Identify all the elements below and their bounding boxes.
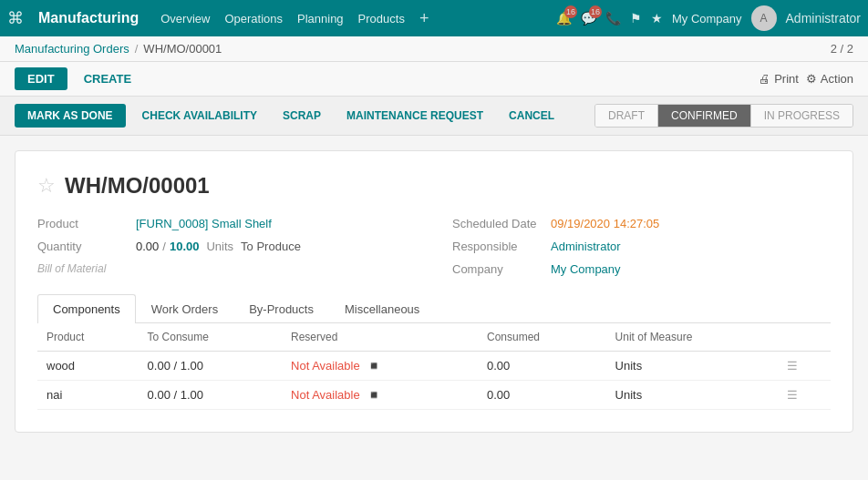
quantity-field: Quantity 0.00 / 10.00 Units To Produce: [37, 240, 416, 253]
nav-operations[interactable]: Operations: [224, 12, 283, 26]
phone-icon[interactable]: 📞: [605, 11, 621, 26]
row2-uom: Units: [606, 381, 779, 410]
secondary-header: Manufacturing Orders / WH/MO/00001 2 / 2: [0, 36, 868, 62]
quantity-current: 0.00: [136, 240, 159, 253]
table-row: wood 0.00 / 1.00 Not Available ◾ 0.00 Un…: [37, 352, 831, 381]
row2-reserved: Not Available ◾: [282, 381, 478, 410]
product-field: Product [FURN_0008] Small Shelf: [37, 217, 416, 230]
scheduled-date-field: Scheduled Date 09/19/2020 14:27:05: [452, 217, 831, 230]
row1-chart-icon[interactable]: ◾: [367, 359, 381, 373]
row1-detail-icon[interactable]: ☰: [778, 352, 831, 381]
quantity-unit: Units: [206, 240, 233, 253]
row1-consumed: 0.00: [478, 352, 606, 381]
responsible-label: Responsible: [452, 240, 543, 253]
top-navigation: ⌘ Manufacturing Overview Operations Plan…: [0, 0, 868, 36]
action-bar: EDIT CREATE 🖨 Print ⚙ Action: [0, 62, 868, 97]
tabs-row: Components Work Orders By-Products Misce…: [37, 294, 831, 323]
company-value[interactable]: My Company: [551, 262, 621, 276]
col-uom-header: Unit of Measure: [606, 323, 779, 352]
print-button[interactable]: 🖨 Print: [759, 72, 799, 86]
main-content: ☆ WH/MO/00001 Product [FURN_0008] Small …: [0, 136, 868, 447]
tab-miscellaneous[interactable]: Miscellaneous: [329, 294, 435, 323]
nav-planning[interactable]: Planning: [297, 12, 344, 26]
status-draft[interactable]: DRAFT: [595, 105, 658, 127]
scheduled-date-value: 09/19/2020 14:27:05: [551, 217, 659, 230]
col-consumed-header: Consumed: [478, 323, 606, 352]
print-icon: 🖨: [759, 72, 770, 86]
add-menu-icon[interactable]: +: [419, 9, 429, 28]
company-name[interactable]: My Company: [672, 12, 742, 26]
table-row: nai 0.00 / 1.00 Not Available ◾ 0.00 Uni…: [37, 381, 831, 410]
product-label: Product: [37, 217, 129, 230]
star-nav-icon[interactable]: ★: [651, 11, 663, 26]
page-count: 2 / 2: [831, 42, 853, 56]
row1-reserved: Not Available ◾: [282, 352, 478, 381]
breadcrumb-separator: /: [135, 42, 139, 56]
to-produce-label: To Produce: [241, 240, 301, 253]
admin-label[interactable]: Administrator: [786, 11, 861, 26]
print-label: Print: [774, 72, 799, 86]
row2-consumed: 0.00: [478, 381, 606, 410]
quantity-slash: /: [162, 240, 166, 253]
action-label: Action: [821, 72, 853, 86]
row2-product: nai: [37, 381, 139, 410]
status-confirmed[interactable]: CONFIRMED: [658, 105, 751, 127]
action-button[interactable]: ⚙ Action: [806, 72, 853, 86]
messages-icon[interactable]: 💬 16: [581, 11, 596, 26]
row2-to-consume: 0.00 / 1.00: [139, 381, 282, 410]
nav-products[interactable]: Products: [358, 12, 405, 26]
quantity-label: Quantity: [37, 240, 129, 253]
product-value[interactable]: [FURN_0008] Small Shelf: [136, 217, 272, 230]
fields-right: Scheduled Date 09/19/2020 14:27:05 Respo…: [452, 217, 831, 276]
fields-grid: Product [FURN_0008] Small Shelf Quantity…: [37, 217, 831, 276]
company-label: Company: [452, 262, 543, 276]
notifications-icon[interactable]: 🔔 16: [556, 11, 572, 26]
breadcrumb-current: WH/MO/00001: [143, 42, 222, 56]
tab-by-products[interactable]: By-Products: [233, 294, 329, 323]
row1-uom: Units: [606, 352, 779, 381]
col-product-header: Product: [37, 323, 139, 352]
notifications-badge: 16: [564, 5, 577, 18]
scheduled-date-label: Scheduled Date: [452, 217, 543, 230]
row2-chart-icon[interactable]: ◾: [367, 388, 381, 402]
breadcrumb: Manufacturing Orders / WH/MO/00001: [15, 42, 222, 56]
row1-to-consume: 0.00 / 1.00: [139, 352, 282, 381]
quantity-target: 10.00: [170, 240, 200, 253]
create-button[interactable]: CREATE: [75, 67, 140, 90]
nav-overview[interactable]: Overview: [160, 12, 210, 26]
tab-components[interactable]: Components: [37, 294, 136, 323]
nav-links: Overview Operations Planning Products: [160, 12, 405, 26]
breadcrumb-parent[interactable]: Manufacturing Orders: [15, 42, 129, 56]
col-reserved-header: Reserved: [282, 323, 478, 352]
topnav-icons: 🔔 16 💬 16 📞 ⚑ ★ My Company A Administrat…: [556, 5, 861, 31]
fields-left: Product [FURN_0008] Small Shelf Quantity…: [37, 217, 416, 276]
row1-product: wood: [37, 352, 139, 381]
flag-icon[interactable]: ⚑: [630, 11, 642, 26]
col-to-consume-header: To Consume: [139, 323, 282, 352]
favorite-star-icon[interactable]: ☆: [37, 174, 56, 198]
bill-of-material-label: Bill of Material: [37, 262, 106, 275]
status-in-progress[interactable]: IN PROGRESS: [751, 105, 852, 127]
col-actions-header: [778, 323, 831, 352]
title-row: ☆ WH/MO/00001: [37, 173, 831, 199]
tab-work-orders[interactable]: Work Orders: [136, 294, 233, 323]
company-field: Company My Company: [452, 262, 831, 276]
maintenance-request-button[interactable]: MAINTENANCE REQUEST: [337, 104, 492, 128]
row2-detail-icon[interactable]: ☰: [778, 381, 831, 410]
record-card: ☆ WH/MO/00001 Product [FURN_0008] Small …: [15, 150, 853, 433]
row1-not-available: Not Available: [291, 359, 360, 373]
edit-button[interactable]: EDIT: [15, 67, 67, 90]
scrap-button[interactable]: SCRAP: [274, 104, 330, 128]
brand-name: Manufacturing: [38, 10, 139, 26]
user-avatar[interactable]: A: [751, 5, 777, 31]
row2-not-available: Not Available: [291, 388, 360, 402]
workflow-bar: MARK AS DONE CHECK AVAILABILITY SCRAP MA…: [0, 97, 868, 136]
check-availability-button[interactable]: CHECK AVAILABILITY: [133, 104, 266, 128]
responsible-field: Responsible Administrator: [452, 240, 831, 253]
cancel-button[interactable]: CANCEL: [500, 104, 563, 128]
responsible-value[interactable]: Administrator: [551, 240, 621, 253]
bom-field: Bill of Material: [37, 262, 416, 275]
app-grid-icon[interactable]: ⌘: [7, 8, 24, 28]
components-table: Product To Consume Reserved Consumed Uni…: [37, 323, 831, 410]
mark-as-done-button[interactable]: MARK AS DONE: [15, 104, 126, 128]
